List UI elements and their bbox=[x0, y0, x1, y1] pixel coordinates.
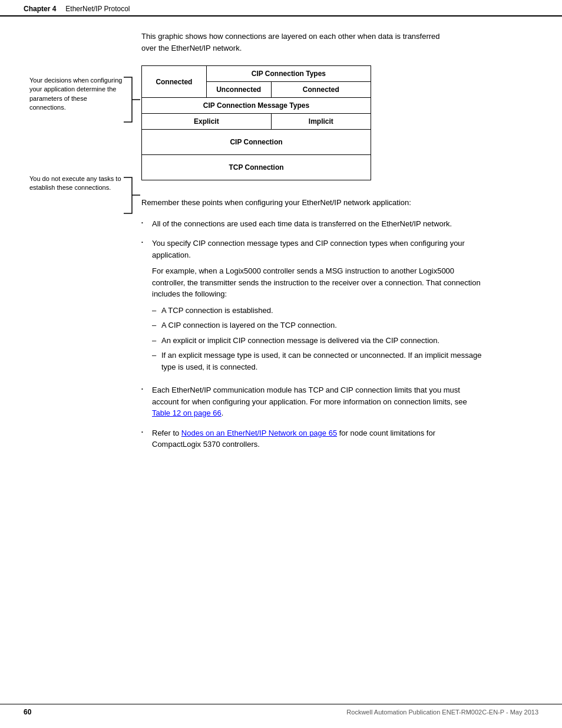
bullet-item-3: • Each EtherNet/IP communication module … bbox=[141, 384, 483, 419]
implicit-cell: Implicit bbox=[271, 114, 371, 130]
tcp-connection-cell: TCP Connection bbox=[142, 155, 371, 180]
unconnected-cell: Unconnected bbox=[206, 82, 271, 98]
bullet-dot-2: • bbox=[141, 239, 152, 246]
cip-types-header-row: Connected CIP Connection Types bbox=[142, 66, 371, 82]
cip-msg-types-header: CIP Connection Message Types bbox=[142, 98, 371, 114]
dash-text-2: A CIP connection is layered on the TCP c… bbox=[161, 319, 337, 331]
dash-list: – A TCP connection is established. – A C… bbox=[152, 305, 483, 377]
bullet-text-4: Refer to Nodes on an EtherNet/IP Network… bbox=[152, 427, 483, 450]
cip-connection-cell: CIP Connection bbox=[142, 130, 371, 155]
cip-connection-types-header: CIP Connection Types bbox=[206, 66, 371, 82]
bullet-item-4: • Refer to Nodes on an EtherNet/IP Netwo… bbox=[141, 427, 483, 450]
diagram-wrapper: Connected CIP Connection Types Unconnect… bbox=[141, 65, 538, 180]
chapter-label: Chapter 4 bbox=[24, 5, 56, 13]
bullet-dot-1: • bbox=[141, 219, 152, 226]
explicit-implicit-row: Explicit Implicit bbox=[142, 114, 371, 130]
annotation-top: Your decisions when configuring your app… bbox=[29, 76, 124, 113]
chapter-title: EtherNet/IP Protocol bbox=[65, 5, 130, 13]
page-header: Chapter 4 EtherNet/IP Protocol bbox=[0, 0, 562, 17]
bracket-bottom-svg bbox=[124, 176, 140, 215]
diagram-section: Your decisions when configuring your app… bbox=[24, 65, 538, 180]
dash-item-4: – If an explicit message type is used, i… bbox=[152, 350, 483, 373]
bullet-text-3: Each EtherNet/IP communication module ha… bbox=[152, 384, 483, 419]
content-area: This graphic shows how connections are l… bbox=[0, 17, 562, 482]
bullet-dot-3: • bbox=[141, 386, 152, 393]
page-footer: 60 Rockwell Automation Publication ENET-… bbox=[0, 704, 562, 716]
diagram-table: Connected CIP Connection Types Unconnect… bbox=[141, 65, 371, 180]
dash-text-1: A TCP connection is established. bbox=[161, 305, 273, 317]
cip-connection-row: CIP Connection bbox=[142, 130, 371, 155]
dash-symbol-3: – bbox=[152, 335, 161, 347]
cip-msg-types-header-row: CIP Connection Message Types bbox=[142, 98, 371, 114]
dash-text-3: An explicit or implicit CIP connection m… bbox=[161, 335, 439, 347]
bullet-list: • All of the connections are used each t… bbox=[141, 218, 483, 450]
connected-cell-left: Connected bbox=[142, 66, 207, 98]
table-12-link[interactable]: Table 12 on page 66 bbox=[152, 409, 222, 417]
annotation-bottom: You do not execute any tasks to establis… bbox=[29, 174, 124, 193]
dash-symbol-4: – bbox=[152, 350, 161, 361]
dash-item-2: – A CIP connection is layered on the TCP… bbox=[152, 319, 483, 331]
tcp-connection-row: TCP Connection bbox=[142, 155, 371, 180]
nodes-link[interactable]: Nodes on an EtherNet/IP Network on page … bbox=[181, 429, 337, 437]
dash-text-4: If an explicit message type is used, it … bbox=[161, 350, 483, 373]
bracket-top-svg bbox=[124, 76, 140, 123]
bullet-text-1: All of the connections are used each tim… bbox=[152, 218, 483, 230]
dash-item-1: – A TCP connection is established. bbox=[152, 305, 483, 317]
dash-symbol-1: – bbox=[152, 305, 161, 317]
sub-paragraph-2: For example, when a Logix5000 controller… bbox=[152, 265, 483, 300]
bullet-item-1: • All of the connections are used each t… bbox=[141, 218, 483, 230]
dash-item-3: – An explicit or implicit CIP connection… bbox=[152, 335, 483, 347]
connected-cell-right: Connected bbox=[271, 82, 371, 98]
bullet-text-2: You specify CIP connection message types… bbox=[152, 238, 483, 261]
remember-paragraph: Remember these points when configuring y… bbox=[141, 197, 483, 209]
footer-center-text: Rockwell Automation Publication ENET-RM0… bbox=[346, 709, 538, 716]
dash-symbol-2: – bbox=[152, 319, 161, 331]
body-content: Remember these points when configuring y… bbox=[141, 197, 483, 450]
intro-paragraph: This graphic shows how connections are l… bbox=[141, 31, 448, 54]
bullet-dot-4: • bbox=[141, 429, 152, 436]
page-container: Chapter 4 EtherNet/IP Protocol This grap… bbox=[0, 0, 562, 728]
page-number: 60 bbox=[24, 708, 31, 716]
bullet-item-2: • You specify CIP connection message typ… bbox=[141, 238, 483, 376]
explicit-cell: Explicit bbox=[142, 114, 272, 130]
